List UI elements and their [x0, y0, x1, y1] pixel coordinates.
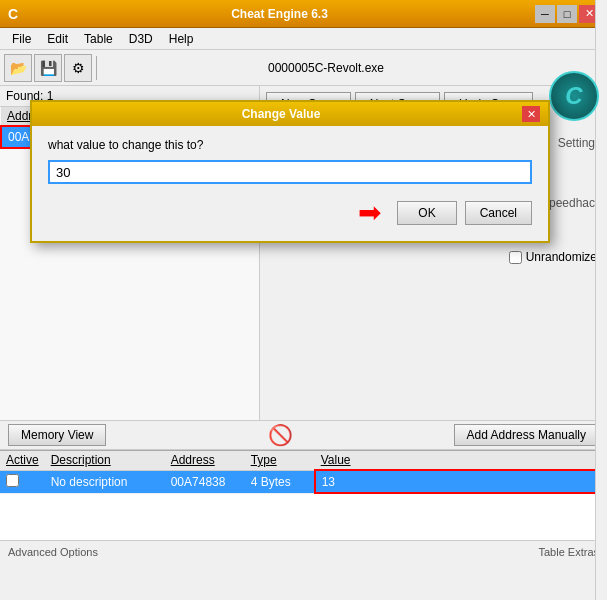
unrandomizer-checkbox[interactable] — [509, 251, 522, 264]
window-title: Cheat Engine 6.3 — [24, 7, 535, 21]
window-controls: ─ □ ✕ — [535, 5, 599, 23]
save-button[interactable]: 💾 — [34, 54, 62, 82]
maximize-button[interactable]: □ — [557, 5, 577, 23]
dialog-title-bar: Change Value ✕ — [32, 102, 548, 126]
col-description: Description — [45, 451, 165, 470]
ce-logo: C — [549, 71, 599, 121]
menu-bar: File Edit Table D3D Help — [0, 28, 607, 50]
addr-table-header: Active Description Address Type Value — [0, 451, 606, 470]
toolbar: 📂 💾 ⚙ 0000005C-Revolt.exe C — [0, 50, 607, 86]
dialog-title: Change Value — [40, 107, 522, 121]
addr-address: 00A74838 — [165, 470, 245, 493]
change-value-dialog: Change Value ✕ what value to change this… — [30, 100, 550, 243]
menu-d3d[interactable]: D3D — [121, 30, 161, 48]
dialog-body: what value to change this to? ➡ OK Cance… — [32, 126, 548, 241]
menu-file[interactable]: File — [4, 30, 39, 48]
dialog-input-row — [48, 160, 532, 184]
addr-value: 13 — [315, 470, 606, 493]
settings-toolbar-button[interactable]: ⚙ — [64, 54, 92, 82]
dialog-question: what value to change this to? — [48, 138, 532, 152]
no-icon: 🚫 — [268, 423, 293, 447]
arrow-icon: ➡ — [358, 196, 381, 229]
memory-view-button[interactable]: Memory View — [8, 424, 106, 446]
process-title: 0000005C-Revolt.exe — [101, 61, 551, 75]
add-address-button[interactable]: Add Address Manually — [454, 424, 599, 446]
dialog-close-button[interactable]: ✕ — [522, 106, 540, 122]
dialog-input[interactable] — [48, 160, 532, 184]
addr-type: 4 Bytes — [245, 470, 315, 493]
address-table-area: Active Description Address Type Value No… — [0, 450, 607, 540]
col-active: Active — [0, 451, 45, 470]
addr-description: No description — [45, 470, 165, 493]
addr-active-checkbox[interactable] — [6, 474, 19, 487]
advanced-options-button[interactable]: Advanced Options — [8, 546, 98, 558]
address-table: Active Description Address Type Value No… — [0, 451, 607, 494]
col-value-addr: Value — [315, 451, 606, 470]
app-icon: C — [8, 6, 24, 22]
col-type: Type — [245, 451, 315, 470]
menu-table[interactable]: Table — [76, 30, 121, 48]
ok-button[interactable]: OK — [397, 201, 456, 225]
addr-active — [0, 470, 45, 493]
toolbar-separator — [96, 56, 97, 80]
menu-edit[interactable]: Edit — [39, 30, 76, 48]
unrandomizer-label: Unrandomizer — [526, 250, 601, 264]
title-bar: C Cheat Engine 6.3 ─ □ ✕ — [0, 0, 607, 28]
minimize-button[interactable]: ─ — [535, 5, 555, 23]
table-extras-button[interactable]: Table Extras — [538, 546, 599, 558]
addr-table-row[interactable]: No description 00A74838 4 Bytes 13 — [0, 470, 606, 493]
dialog-buttons: ➡ OK Cancel — [48, 196, 532, 229]
bottom-bar: Memory View 🚫 Add Address Manually — [0, 420, 607, 450]
unrandomizer-row: Unrandomizer — [266, 250, 601, 264]
cancel-button[interactable]: Cancel — [465, 201, 532, 225]
table-footer: Advanced Options Table Extras — [0, 540, 607, 562]
open-button[interactable]: 📂 — [4, 54, 32, 82]
col-addr: Address — [165, 451, 245, 470]
menu-help[interactable]: Help — [161, 30, 202, 48]
